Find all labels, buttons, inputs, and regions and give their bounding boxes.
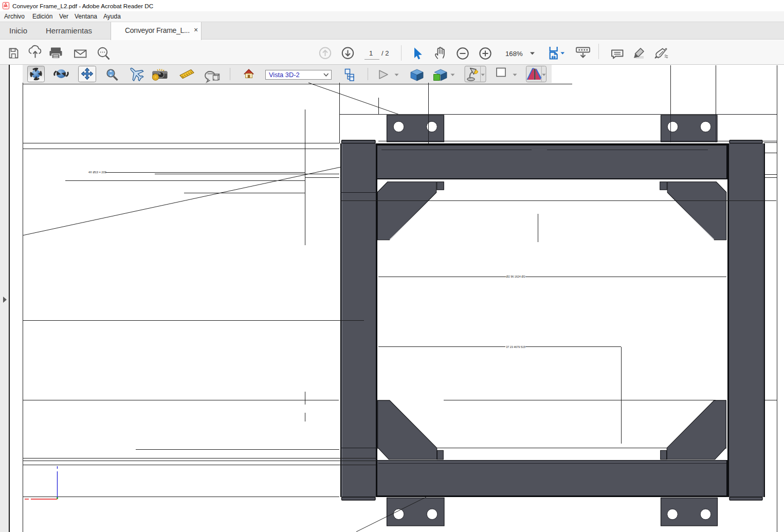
svg-text:4X Ø13 = 203: 4X Ø13 = 203 [88, 171, 106, 174]
svg-text:37 23 4679 515: 37 23 4679 515 [506, 345, 525, 348]
svg-text:Ø2 96 1624 Ø2: Ø2 96 1624 Ø2 [506, 275, 525, 278]
